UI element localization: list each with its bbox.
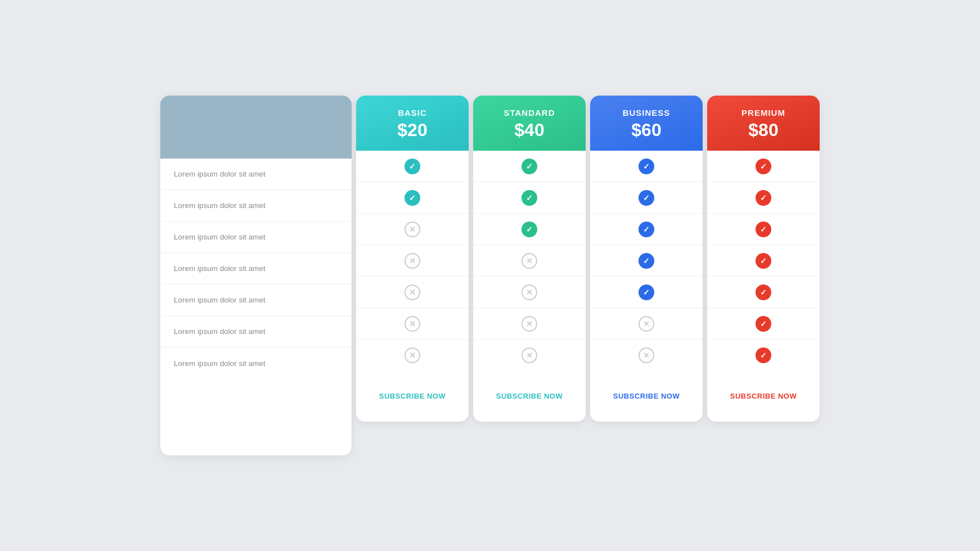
plan-feature-rows-basic: ✓✓✕✕✕✕✕ xyxy=(356,151,469,371)
check-no-icon: ✕ xyxy=(522,316,537,332)
plan-feature-cell-business-2: ✓ xyxy=(590,214,703,245)
feature-rows: Lorem ipsum dolor sit ametLorem ipsum do… xyxy=(160,159,352,405)
plan-feature-rows-standard: ✓✓✓✕✕✕✕ xyxy=(473,151,586,371)
feature-label-row-0: Lorem ipsum dolor sit amet xyxy=(160,159,352,190)
check-yes-icon: ✓ xyxy=(756,190,771,206)
check-yes-icon: ✓ xyxy=(756,347,771,363)
plan-feature-rows-business: ✓✓✓✓✓✕✕ xyxy=(590,151,703,371)
plan-card-business: BUSINESS$60✓✓✓✓✓✕✕SUBSCRIBE NOW xyxy=(590,96,703,422)
subscribe-button-premium[interactable]: SUBSCRIBE NOW xyxy=(730,391,797,401)
check-yes-icon: ✓ xyxy=(756,253,771,269)
feature-label-text-2: Lorem ipsum dolor sit amet xyxy=(174,233,266,241)
features-subscribe-area xyxy=(160,405,352,455)
check-no-icon: ✕ xyxy=(639,347,654,363)
plan-header-premium: PREMIUM$80 xyxy=(707,96,820,151)
plan-feature-cell-basic-4: ✕ xyxy=(356,277,469,308)
check-yes-icon: ✓ xyxy=(639,159,654,174)
check-yes-icon: ✓ xyxy=(404,190,420,206)
plan-card-premium: PREMIUM$80✓✓✓✓✓✓✓SUBSCRIBE NOW xyxy=(707,96,820,422)
plan-feature-cell-standard-0: ✓ xyxy=(473,151,586,182)
plan-feature-cell-basic-6: ✕ xyxy=(356,340,469,371)
check-no-icon: ✕ xyxy=(404,316,420,332)
subscribe-button-business[interactable]: SUBSCRIBE NOW xyxy=(613,391,680,401)
check-yes-icon: ✓ xyxy=(522,159,537,174)
feature-label-row-2: Lorem ipsum dolor sit amet xyxy=(160,222,352,253)
check-no-icon: ✕ xyxy=(404,253,420,269)
feature-label-row-3: Lorem ipsum dolor sit amet xyxy=(160,253,352,284)
check-no-icon: ✕ xyxy=(522,253,537,269)
plan-feature-cell-premium-6: ✓ xyxy=(707,340,820,371)
plan-header-basic: BASIC$20 xyxy=(356,96,469,151)
check-no-icon: ✕ xyxy=(522,347,537,363)
plan-card-standard: STANDARD$40✓✓✓✕✕✕✕SUBSCRIBE NOW xyxy=(473,96,586,422)
plan-name-business: BUSINESS xyxy=(599,108,694,118)
plan-feature-cell-standard-4: ✕ xyxy=(473,277,586,308)
plan-feature-cell-business-6: ✕ xyxy=(590,340,703,371)
plan-header-standard: STANDARD$40 xyxy=(473,96,586,151)
plan-feature-cell-standard-1: ✓ xyxy=(473,182,586,214)
pricing-table: Lorem ipsum dolor sit ametLorem ipsum do… xyxy=(138,73,842,478)
plan-name-standard: STANDARD xyxy=(482,108,577,118)
plan-price-standard: $40 xyxy=(482,120,577,141)
check-yes-icon: ✓ xyxy=(522,222,537,237)
check-yes-icon: ✓ xyxy=(756,159,771,174)
plan-feature-cell-business-3: ✓ xyxy=(590,245,703,277)
feature-label-row-5: Lorem ipsum dolor sit amet xyxy=(160,316,352,347)
plan-card-basic: BASIC$20✓✓✕✕✕✕✕SUBSCRIBE NOW xyxy=(356,96,469,422)
check-yes-icon: ✓ xyxy=(522,190,537,206)
feature-label-row-1: Lorem ipsum dolor sit amet xyxy=(160,190,352,222)
plan-feature-cell-standard-5: ✕ xyxy=(473,308,586,340)
check-yes-icon: ✓ xyxy=(404,159,420,174)
check-no-icon: ✕ xyxy=(404,222,420,237)
check-yes-icon: ✓ xyxy=(639,222,654,237)
plan-feature-cell-standard-6: ✕ xyxy=(473,340,586,371)
plan-feature-cell-basic-0: ✓ xyxy=(356,151,469,182)
plan-price-premium: $80 xyxy=(716,120,811,141)
plan-feature-cell-premium-5: ✓ xyxy=(707,308,820,340)
check-no-icon: ✕ xyxy=(404,347,420,363)
plan-feature-cell-basic-1: ✓ xyxy=(356,182,469,214)
check-yes-icon: ✓ xyxy=(639,253,654,269)
subscribe-area-standard: SUBSCRIBE NOW xyxy=(473,371,586,422)
subscribe-button-standard[interactable]: SUBSCRIBE NOW xyxy=(496,391,563,401)
plan-name-basic: BASIC xyxy=(365,108,460,118)
feature-label-row-6: Lorem ipsum dolor sit amet xyxy=(160,347,352,379)
plan-price-basic: $20 xyxy=(365,120,460,141)
subscribe-button-basic[interactable]: SUBSCRIBE NOW xyxy=(379,391,446,401)
plan-feature-cell-premium-4: ✓ xyxy=(707,277,820,308)
plan-feature-cell-business-5: ✕ xyxy=(590,308,703,340)
check-yes-icon: ✓ xyxy=(756,222,771,237)
feature-label-text-1: Lorem ipsum dolor sit amet xyxy=(174,201,266,210)
check-yes-icon: ✓ xyxy=(639,190,654,206)
features-column: Lorem ipsum dolor sit ametLorem ipsum do… xyxy=(160,96,352,455)
feature-label-text-5: Lorem ipsum dolor sit amet xyxy=(174,327,266,336)
plan-feature-cell-basic-5: ✕ xyxy=(356,308,469,340)
plan-feature-cell-basic-3: ✕ xyxy=(356,245,469,277)
plan-feature-cell-premium-3: ✓ xyxy=(707,245,820,277)
feature-label-row-4: Lorem ipsum dolor sit amet xyxy=(160,284,352,316)
plan-name-premium: PREMIUM xyxy=(716,108,811,118)
feature-label-text-0: Lorem ipsum dolor sit amet xyxy=(174,170,266,178)
feature-label-text-4: Lorem ipsum dolor sit amet xyxy=(174,296,266,304)
check-yes-icon: ✓ xyxy=(756,316,771,332)
plan-feature-cell-premium-1: ✓ xyxy=(707,182,820,214)
plan-feature-rows-premium: ✓✓✓✓✓✓✓ xyxy=(707,151,820,371)
plan-feature-cell-business-4: ✓ xyxy=(590,277,703,308)
features-header xyxy=(160,96,352,159)
subscribe-area-basic: SUBSCRIBE NOW xyxy=(356,371,469,422)
check-yes-icon: ✓ xyxy=(756,284,771,300)
plan-feature-cell-business-0: ✓ xyxy=(590,151,703,182)
plan-feature-cell-business-1: ✓ xyxy=(590,182,703,214)
feature-label-text-3: Lorem ipsum dolor sit amet xyxy=(174,264,266,273)
plan-header-business: BUSINESS$60 xyxy=(590,96,703,151)
check-yes-icon: ✓ xyxy=(639,284,654,300)
plan-feature-cell-standard-3: ✕ xyxy=(473,245,586,277)
plan-price-business: $60 xyxy=(599,120,694,141)
plan-feature-cell-premium-2: ✓ xyxy=(707,214,820,245)
subscribe-area-business: SUBSCRIBE NOW xyxy=(590,371,703,422)
plan-feature-cell-premium-0: ✓ xyxy=(707,151,820,182)
check-no-icon: ✕ xyxy=(522,284,537,300)
check-no-icon: ✕ xyxy=(404,284,420,300)
subscribe-area-premium: SUBSCRIBE NOW xyxy=(707,371,820,422)
check-no-icon: ✕ xyxy=(639,316,654,332)
